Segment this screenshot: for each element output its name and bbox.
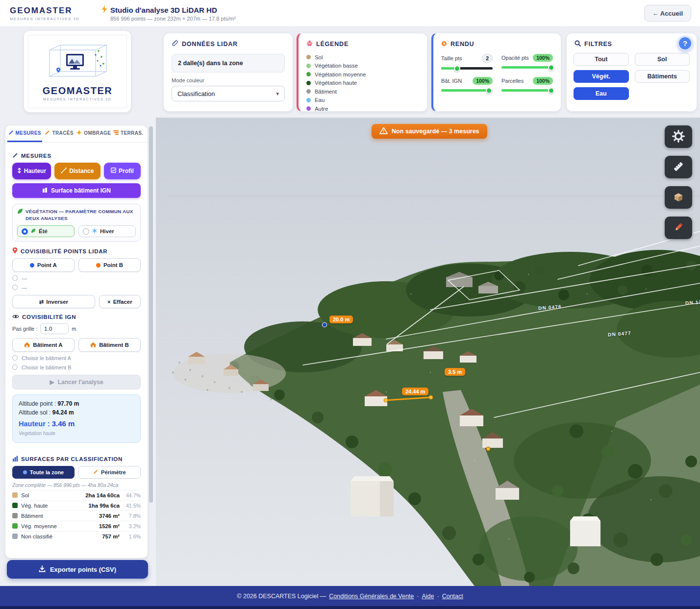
zone-summary: Zone complète — 856 996 pts — 4ha 80a 24… [12,483,141,488]
tab-mesures[interactable]: MESURES [7,125,42,142]
color-mode-value: Classification [177,90,215,97]
covisibilite-ign-title: COVISIBILITÉ IGN [12,314,141,320]
sidebar-scrollbar[interactable] [149,126,153,503]
top-bar: GEOMASTER MESURES INTERACTIVES 3D Studio… [0,0,700,27]
surfaces-section-title: SURFACES PAR CLASSIFICATION [12,456,141,463]
3d-viewport[interactable]: Non sauvegardé — 3 mesures 20.0 m 3.5 m … [156,118,700,586]
table-row: Bâtiment3746 m²7.8% [12,511,141,521]
snowflake-icon [92,228,97,234]
measure-point-marker [323,323,327,327]
point-a-button[interactable]: Point A [12,258,75,272]
copyright-text: © 2026 DESCARTES Logiciel — [237,593,326,600]
chevron-down-icon: ▾ [276,91,279,97]
vegetation-settings-box: VÉGÉTATION — PARAMÈTRE COMMUN AUX DEUX A… [12,204,141,242]
tab-traces[interactable]: TRACÉS [42,125,77,142]
filter-eau-button[interactable]: Eau [574,87,629,100]
legend-color-dot [306,72,311,76]
draw-tool-button[interactable] [665,217,692,239]
inverser-button[interactable]: ⇄Inverser [12,295,95,308]
filter-veget-button[interactable]: Végét. [574,70,629,83]
batiment-a-button[interactable]: Bâtiment A [12,338,75,352]
lancer-analyse-button[interactable]: ▶Lancer l'analyse [12,375,141,390]
point-b-button[interactable]: Point B [78,258,141,272]
toute-zone-button[interactable]: Toute la zone [12,466,75,479]
taille-pts-slider[interactable] [441,67,493,70]
table-row: Vég. haute1ha 99a 6ca41.5% [12,500,141,511]
color-mode-select[interactable]: Classification ▾ [172,86,285,101]
slider-value-badge: 2 [482,54,493,63]
radio-icon[interactable] [12,275,18,281]
panel-title: RENDU [450,41,474,48]
slider-handle[interactable] [454,65,460,72]
legend-item: Végétation haute [306,79,419,88]
profil-button[interactable]: Profil [104,163,141,179]
bat-ign-slider[interactable] [441,89,493,92]
point-a-slot: — [12,274,141,282]
filter-tout-button[interactable]: Tout [574,53,629,66]
batiment-b-button[interactable]: Bâtiment B [78,338,141,352]
hiver-radio-option[interactable]: Hiver [78,225,136,237]
help-button[interactable]: ? [677,36,693,51]
export-csv-button[interactable]: Exporter points (CSV) [7,560,148,579]
legend-item: Autre [306,104,419,113]
tab-terras[interactable]: TERRAS. [111,125,146,142]
slider-bat-ign: Bât. IGN100% [441,77,493,92]
flower-icon [306,40,313,49]
pen-icon [45,130,50,136]
viewport-toolbar [665,125,692,239]
radio-checked-icon [22,228,28,235]
slider-handle[interactable] [486,87,492,94]
class-color-swatch [12,523,18,529]
mesures-section-title: MESURES [12,152,141,159]
slider-value-badge: 100% [533,54,553,62]
tab-ombrage[interactable]: OMBRAGE [76,125,111,142]
ete-radio-option[interactable]: Été [17,225,75,237]
pin-icon [12,247,18,255]
slider-value-badge: 100% [473,77,493,85]
measure-tool-button[interactable] [665,156,692,178]
perimetre-button[interactable]: Périmètre [78,466,141,479]
filter-batiments-button[interactable]: Bâtiments [635,70,690,83]
cgv-link[interactable]: Conditions Générales de Vente [329,593,414,600]
sidebar-tabs: MESURES TRACÉS OMBRAGE TERRAS. [5,125,148,143]
slider-handle[interactable] [548,64,554,71]
warning-icon [379,127,388,136]
aide-link[interactable]: Aide [422,593,434,600]
ruler-icon [172,40,178,49]
radio-icon[interactable] [12,285,18,290]
slider-handle[interactable] [548,87,554,94]
surface-batiment-ign-button[interactable]: Surface bâtiment IGN [12,183,141,198]
search-icon [575,40,581,49]
lens-icon [441,40,447,49]
legend-list: Sol Végétation basse Végétation moyenne … [299,53,427,113]
model-tool-button[interactable] [665,186,692,209]
hauteur-button[interactable]: Hauteur [12,163,51,179]
height-arrows-icon [17,168,22,175]
radio-icon[interactable] [12,365,18,370]
filter-sol-button[interactable]: Sol [635,53,690,66]
page-subtitle: 856 996 points — zone 232m × 207m — 17.8… [110,16,236,22]
parcelles-slider[interactable] [501,89,553,92]
legend-color-dot [306,89,311,94]
hauteur-value: 3.46 m [52,419,75,428]
opacite-pts-slider[interactable] [501,66,553,69]
radio-icon[interactable] [12,355,18,361]
leaf-icon [31,228,36,234]
effacer-button[interactable]: ×Effacer [99,295,141,308]
distance-button[interactable]: Distance [54,163,100,179]
analysis-result-box: Altitude point : 97.70 m Altitude sol : … [12,394,141,442]
legend-color-dot [306,64,311,68]
cube-icon [672,191,685,205]
measurement-label: 3.5 m [445,368,465,376]
settings-tool-button[interactable] [665,125,692,148]
slider-value-badge: 100% [533,77,553,85]
table-row: Non classifié757 m²1.6% [12,531,141,541]
vegetation-title: VÉGÉTATION — PARAMÈTRE COMMUN AUX DEUX A… [17,208,136,221]
pas-grille-input[interactable] [40,323,69,334]
home-button[interactable]: ← Accueil [644,5,691,22]
contact-link[interactable]: Contact [442,593,463,600]
measurement-label: 24.44 m [402,388,428,395]
choisir-batiment-b: Choisir le bâtiment B [12,363,141,371]
eye-icon [12,314,19,320]
point-class-label: Vegetation haute [19,430,134,438]
